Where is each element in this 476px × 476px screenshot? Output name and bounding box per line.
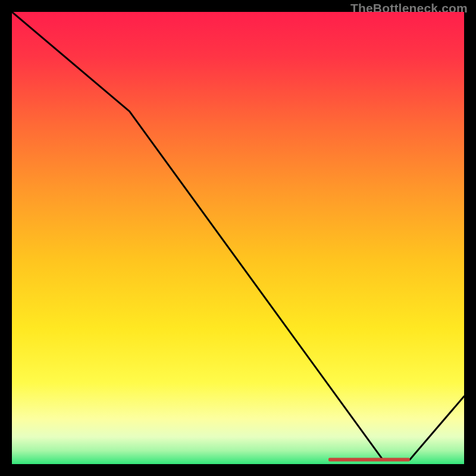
gradient-background (12, 12, 464, 464)
chart-frame: TheBottleneck.com (0, 0, 476, 476)
bottleneck-chart (12, 12, 464, 464)
optimal-range-marker (328, 458, 410, 461)
